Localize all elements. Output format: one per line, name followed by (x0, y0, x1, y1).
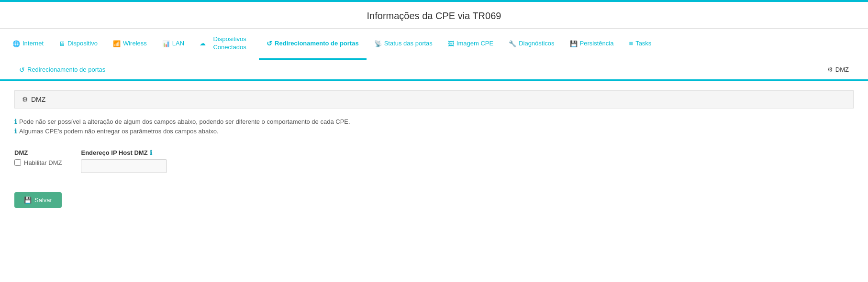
info-message-2: Algumas CPE's podem não entregar os parâ… (14, 128, 854, 135)
ip-host-label-text: Endereço IP Host DMZ (81, 149, 147, 156)
page-title: Informações da CPE via TR069 (0, 2, 868, 29)
tab-internet-label: Internet (22, 40, 44, 47)
subtab-redirect-label: Redirecionamento de portas (27, 66, 105, 73)
ip-host-label: Endereço IP Host DMZ (81, 149, 167, 156)
tab-dispositivos-conectados[interactable]: Dispositivos Conectados (192, 29, 259, 60)
diag-icon (509, 40, 516, 47)
tab-redirecionamento[interactable]: Redirecionamento de portas (259, 29, 367, 60)
subtab-dmz-label: DMZ (835, 66, 849, 73)
info-icon-1 (14, 118, 17, 125)
dmz-group: DMZ Habilitar DMZ (14, 149, 62, 166)
subtab-dmz[interactable]: DMZ (818, 60, 858, 81)
tab-lan[interactable]: LAN (155, 29, 192, 60)
subtab-redirect-icon (19, 66, 25, 74)
tab-imagem-label: Imagem CPE (456, 40, 493, 47)
persist-icon (570, 40, 578, 47)
wifi-icon (113, 40, 121, 47)
image-icon (448, 40, 454, 47)
subtab-gear-icon (827, 66, 833, 73)
tab-tasks[interactable]: Tasks (621, 29, 659, 60)
redirect-icon (267, 40, 272, 47)
tab-diagnosticos-label: Diagnósticos (519, 40, 554, 47)
dmz-checkbox-label[interactable]: Habilitar DMZ (14, 159, 62, 166)
tab-dispositivos-label: Dispositivos Conectados (208, 35, 251, 52)
tab-wireless-label: Wireless (123, 40, 147, 47)
subtab-redirecionamento[interactable]: Redirecionamento de portas (10, 60, 115, 81)
info-icon-2 (14, 128, 17, 135)
dmz-checkbox-text: Habilitar DMZ (24, 159, 62, 166)
tab-lan-label: LAN (172, 40, 184, 47)
lan-icon (162, 40, 170, 47)
tab-tasks-label: Tasks (635, 40, 651, 47)
tasks-icon (629, 39, 633, 47)
ip-host-input[interactable] (81, 159, 167, 173)
save-label: Salvar (34, 196, 52, 204)
tab-wireless[interactable]: Wireless (105, 29, 155, 60)
form-row: DMZ Habilitar DMZ Endereço IP Host DMZ (14, 149, 854, 173)
info-text-1: Pode não ser possível a alteração de alg… (19, 118, 350, 125)
dmz-checkbox[interactable] (14, 159, 21, 166)
content-area: DMZ Pode não ser possível a alteração de… (0, 81, 868, 217)
sub-tabs: Redirecionamento de portas DMZ (0, 60, 868, 81)
tab-diagnosticos[interactable]: Diagnósticos (501, 29, 562, 60)
tab-status-label: Status das portas (384, 40, 433, 47)
save-icon (24, 196, 32, 204)
info-messages: Pode não ser possível a alteração de alg… (14, 118, 854, 135)
ip-host-group: Endereço IP Host DMZ (81, 149, 167, 173)
section-header: DMZ (14, 90, 854, 108)
info-message-1: Pode não ser possível a alteração de alg… (14, 118, 854, 125)
tab-dispositivo[interactable]: Dispositivo (51, 29, 105, 60)
section-title: DMZ (31, 96, 45, 103)
save-button[interactable]: Salvar (14, 192, 62, 208)
tab-redirecionamento-label: Redirecionamento de portas (275, 40, 359, 47)
tab-internet[interactable]: Internet (5, 29, 51, 60)
tab-imagem-cpe[interactable]: Imagem CPE (440, 29, 501, 60)
devices-icon (200, 39, 206, 48)
tab-persistencia[interactable]: Persistência (562, 29, 622, 60)
nav-tabs: Internet Dispositivo Wireless LAN Dispos… (0, 29, 868, 60)
section-gear-icon (22, 96, 28, 103)
tab-persistencia-label: Persistência (580, 40, 614, 47)
ip-host-info-icon (150, 149, 152, 156)
tab-dispositivo-label: Dispositivo (67, 40, 98, 47)
dmz-label: DMZ (14, 149, 62, 156)
info-text-2: Algumas CPE's podem não entregar os parâ… (19, 128, 219, 135)
status-icon (374, 40, 382, 47)
tab-status-portas[interactable]: Status das portas (367, 29, 440, 60)
monitor-icon (59, 40, 65, 47)
form-section: DMZ Habilitar DMZ Endereço IP Host DMZ (14, 144, 854, 192)
globe-icon (12, 40, 20, 47)
